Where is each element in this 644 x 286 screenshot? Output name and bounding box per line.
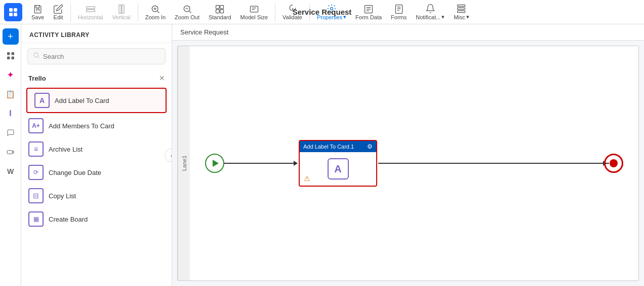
add-label-icon: A	[34, 93, 50, 108]
node-body: A ⚠	[300, 152, 376, 186]
side-icon-grid[interactable]	[3, 48, 19, 64]
node-header: Add Label To Card.1 ⚙	[300, 141, 376, 152]
canvas-workspace[interactable]: Lane1 Add Label To Card.1	[172, 41, 644, 286]
model-size-label: Model Size	[240, 14, 268, 20]
node-gear-icon[interactable]: ⚙	[367, 143, 373, 150]
svg-rect-24	[7, 57, 10, 60]
side-icon-chat[interactable]	[3, 125, 19, 141]
svg-rect-12	[216, 9, 220, 13]
side-nav: + ✦ 📋 I W	[0, 24, 21, 286]
activity-item-add-members[interactable]: A+ Add Members To Card	[21, 114, 172, 137]
end-node[interactable]	[604, 154, 623, 173]
add-label-text: Add Label To Card	[55, 97, 109, 104]
svg-point-27	[34, 53, 38, 57]
svg-rect-5	[87, 9, 95, 11]
svg-rect-14	[250, 6, 258, 12]
form-data-label: Form Data	[355, 14, 382, 20]
svg-rect-25	[11, 57, 14, 60]
create-board-icon: ▦	[28, 211, 44, 227]
svg-rect-3	[14, 13, 17, 16]
trello-close-button[interactable]: ×	[159, 74, 165, 83]
zoom-out-button[interactable]: Zoom Out	[171, 2, 204, 22]
misc-button[interactable]: Misc▾	[450, 2, 473, 22]
activity-library-panel: ACTIVITY LIBRARY Trello × A Add Label To…	[21, 24, 172, 286]
node-a-icon: A	[328, 158, 349, 180]
vertical-button[interactable]: Vertical	[108, 2, 135, 22]
side-icon-add[interactable]: +	[3, 28, 19, 45]
horizontal-label: Horizontal	[78, 14, 103, 20]
lane-container: Lane1 Add Label To Card.1	[177, 46, 639, 281]
side-icon-wordpress[interactable]: W	[3, 163, 19, 180]
change-due-icon: ⟳	[28, 165, 44, 180]
form-data-button[interactable]: Form Data	[351, 2, 386, 22]
side-icon-list[interactable]: I	[3, 105, 19, 122]
edit-button[interactable]: Edit	[49, 2, 67, 22]
node-title: Add Label To Card.1	[303, 144, 354, 150]
search-box[interactable]	[27, 48, 166, 64]
horizontal-button[interactable]: Horizontal	[74, 2, 107, 22]
arrowhead-to-node	[294, 161, 298, 166]
svg-rect-10	[216, 5, 220, 9]
copy-list-text: Copy List	[49, 192, 76, 200]
activity-item-create-board[interactable]: ▦ Create Board	[21, 207, 172, 231]
svg-rect-4	[87, 7, 95, 9]
activity-item-change-due[interactable]: ⟳ Change Due Date	[21, 161, 172, 184]
notifications-label: Notificat...▾	[416, 14, 445, 20]
save-label: Save	[31, 14, 44, 20]
add-members-text: Add Members To Card	[49, 122, 114, 130]
activity-item-add-label[interactable]: A Add Label To Card	[26, 88, 167, 113]
change-due-text: Change Due Date	[49, 169, 101, 176]
start-play-icon	[213, 160, 219, 167]
add-members-icon: A+	[28, 118, 44, 133]
svg-rect-18	[395, 5, 402, 13]
notifications-button[interactable]: Notificat...▾	[412, 2, 449, 22]
zoom-out-label: Zoom Out	[175, 14, 199, 20]
line-start-to-node	[224, 163, 295, 164]
forms-label: Forms	[391, 14, 407, 20]
end-inner-circle	[610, 159, 618, 167]
misc-label: Misc▾	[454, 14, 469, 20]
line-node-to-end	[378, 163, 609, 164]
canvas-area: Service Request Lane1	[172, 24, 644, 286]
svg-rect-21	[458, 11, 465, 12]
archive-list-text: Archive List	[49, 146, 83, 153]
save-button[interactable]: Save	[27, 2, 48, 22]
trello-group: Trello × A Add Label To Card A+ Add Memb…	[21, 69, 172, 286]
canvas-breadcrumb: Service Request	[172, 24, 644, 41]
search-icon	[33, 52, 40, 61]
svg-rect-26	[7, 151, 12, 154]
model-size-button[interactable]: Model Size	[236, 2, 272, 22]
search-input[interactable]	[43, 53, 160, 60]
trello-group-label: Trello	[28, 75, 46, 82]
svg-rect-11	[220, 5, 224, 9]
side-icon-slack[interactable]: ✦	[3, 67, 19, 83]
start-node[interactable]	[205, 154, 224, 173]
archive-list-icon: ≡	[28, 141, 44, 157]
page-title: Service Request	[293, 8, 352, 16]
activity-item-archive-list[interactable]: ≡ Archive List	[21, 137, 172, 161]
activity-library-title: ACTIVITY LIBRARY	[21, 24, 172, 43]
zoom-in-label: Zoom In	[145, 14, 166, 20]
standard-label: Standard	[209, 14, 231, 20]
svg-rect-0	[9, 8, 13, 12]
edit-label: Edit	[54, 14, 63, 20]
lane-content: Add Label To Card.1 ⚙ A ⚠	[190, 46, 638, 280]
activity-node[interactable]: Add Label To Card.1 ⚙ A ⚠	[299, 140, 377, 187]
svg-rect-19	[458, 5, 465, 7]
side-icon-book[interactable]: 📋	[3, 86, 19, 102]
svg-rect-2	[9, 13, 13, 16]
vertical-label: Vertical	[112, 14, 131, 20]
svg-rect-13	[220, 9, 224, 13]
zoom-in-button[interactable]: Zoom In	[141, 2, 170, 22]
side-icon-video[interactable]	[3, 144, 19, 160]
svg-rect-6	[119, 5, 121, 13]
svg-rect-20	[458, 8, 465, 9]
forms-button[interactable]: Forms	[387, 2, 411, 22]
activity-item-copy-list[interactable]: ⊟ Copy List	[21, 184, 172, 207]
svg-rect-1	[14, 8, 17, 12]
standard-button[interactable]: Standard	[205, 2, 235, 22]
svg-rect-7	[122, 5, 124, 13]
lane-label: Lane1	[178, 46, 190, 280]
app-logo	[4, 3, 22, 21]
copy-list-icon: ⊟	[28, 188, 44, 203]
